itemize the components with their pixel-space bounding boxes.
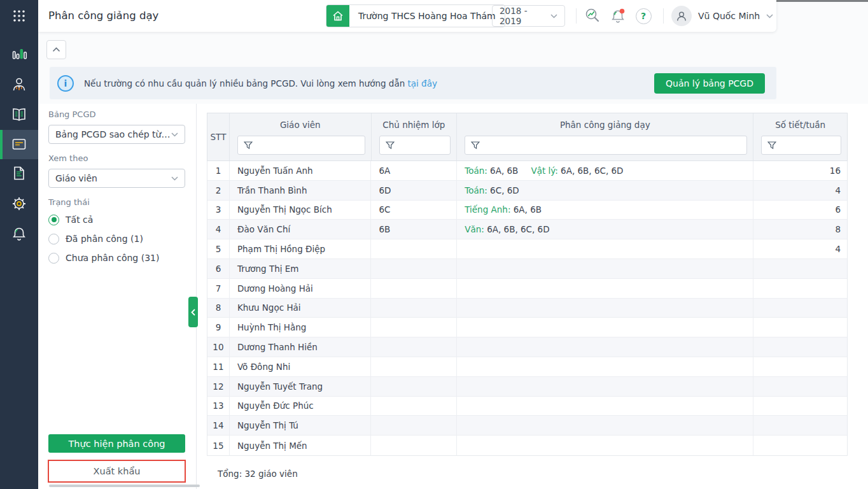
class-list: 6C, 6D: [487, 185, 519, 195]
assignment-group: Toán: 6A, 6B: [465, 166, 518, 176]
table-row[interactable]: 3 Nguyễn Thị Ngọc Bích 6C Tiếng Anh: 6A,…: [207, 201, 847, 220]
class-list: 6A, 6B: [510, 204, 542, 215]
periods-per-week: [753, 259, 847, 278]
homeroom-class: [371, 436, 457, 455]
school-selector[interactable]: Trường THCS Hoàng Hoa Thám: [326, 4, 505, 27]
sidebar-item-dashboard[interactable]: [0, 39, 38, 69]
homeroom-class: [371, 279, 457, 298]
user-menu[interactable]: Vũ Quốc Minh: [671, 0, 773, 32]
periods-per-week: 4: [753, 181, 847, 200]
status-radio-option[interactable]: Chưa phân công (31): [48, 248, 159, 267]
status-radio-label: Tất cả: [66, 215, 93, 225]
view-by-label: Xem theo: [48, 153, 88, 163]
teaching-assignments: [457, 279, 753, 298]
table-row[interactable]: 5 Phạm Thị Hồng Điệp 4: [207, 239, 847, 259]
row-index: 1: [207, 161, 230, 180]
status-radio-option[interactable]: Đã phân công (1): [48, 229, 159, 248]
teacher-filter-input[interactable]: [237, 136, 365, 155]
board-select-value: Bảng PCGD sao chép từ B...: [55, 129, 171, 139]
periods-per-week: [753, 318, 847, 337]
sidebar-item-settings[interactable]: [0, 189, 38, 218]
sidebar-rail: [0, 0, 38, 489]
execute-assignment-button[interactable]: Thực hiện phân công: [48, 434, 185, 453]
teaching-assignments: Toán: 6C, 6D: [457, 181, 753, 200]
radio-icon: [48, 253, 59, 264]
row-index: 10: [207, 337, 230, 357]
column-header-assignment: Phân công giảng dạy: [457, 113, 753, 160]
teaching-assignments: [457, 299, 753, 318]
notification-bell-icon[interactable]: [608, 6, 628, 26]
book-icon: [11, 106, 27, 123]
assignment-filter-input[interactable]: [465, 136, 747, 155]
chevron-down-icon: [766, 14, 773, 18]
table-row[interactable]: 1 Nguyễn Tuấn Anh 6A Toán: 6A, 6BVật lý:…: [207, 161, 847, 181]
table-row[interactable]: 7 Dương Hoàng Hải: [207, 279, 847, 299]
teacher-name: Dương Hoàng Hải: [230, 279, 372, 298]
assignment-table: STT Giáo viên Chủ nhiệm lớp: [207, 113, 848, 456]
sidebar-item-reports[interactable]: [0, 159, 38, 188]
sidebar-item-notifications[interactable]: [0, 219, 38, 248]
table-row[interactable]: 10 Dương Thanh Hiền: [207, 337, 847, 357]
column-header-teacher: Giáo viên: [230, 113, 372, 160]
chevron-down-icon: [171, 132, 178, 137]
homeroom-class: 6D: [371, 181, 457, 200]
view-by-select[interactable]: Giáo viên: [48, 169, 185, 188]
teacher-name: Nguyễn Tuyết Trang: [230, 377, 372, 396]
banner-text: Nếu trường có nhu cầu quản lý nhiều bảng…: [84, 78, 437, 89]
subject-label: Toán:: [465, 166, 487, 176]
horizontal-scrollbar[interactable]: [49, 485, 200, 487]
banner-link[interactable]: tại đây: [408, 78, 437, 89]
row-index: 11: [207, 357, 230, 376]
table-row[interactable]: 12 Nguyễn Tuyết Trang: [207, 377, 847, 397]
periods-per-week: [753, 337, 847, 357]
teacher-name: Huỳnh Thị Hằng: [230, 318, 372, 337]
filter-icon: [471, 141, 480, 150]
sidebar-item-curriculum[interactable]: [0, 100, 38, 129]
table-row[interactable]: 6 Trương Thị Em: [207, 259, 847, 279]
periods-per-week: 6: [753, 201, 847, 220]
filter-icon: [244, 141, 253, 150]
homeroom-filter-input[interactable]: [379, 136, 451, 155]
sidebar-item-assignment[interactable]: [0, 130, 38, 159]
row-index: 8: [207, 299, 230, 318]
school-year-select[interactable]: 2018 - 2019: [492, 5, 565, 27]
table-row[interactable]: 14 Nguyễn Thị Tú: [207, 416, 847, 436]
help-icon[interactable]: ?: [633, 6, 654, 26]
export-button[interactable]: Xuất khẩu: [48, 460, 186, 483]
board-label: Bảng PCGD: [48, 110, 96, 119]
sidebar-item-teachers[interactable]: [0, 70, 38, 99]
radio-icon: [48, 234, 59, 244]
table-row[interactable]: 2 Trần Thanh Bình 6D Toán: 6C, 6D 4: [207, 181, 847, 201]
table-row[interactable]: 4 Đào Văn Chí 6B Văn: 6A, 6B, 6C, 6D 8: [207, 220, 847, 239]
teaching-assignments: [457, 318, 753, 337]
table-row[interactable]: 11 Võ Đông Nhi: [207, 357, 847, 377]
row-index: 9: [207, 318, 230, 337]
row-index: 15: [207, 436, 230, 455]
table-row[interactable]: 8 Khưu Ngọc Hải: [207, 299, 847, 318]
homeroom-class: 6C: [371, 201, 457, 220]
table-row[interactable]: 13 Nguyễn Đức Phúc: [207, 397, 847, 416]
search-stats-icon[interactable]: [582, 6, 603, 26]
collapse-up-icon: [52, 47, 60, 52]
app-grid-icon[interactable]: [0, 5, 38, 27]
panel-collapse-icon[interactable]: [188, 297, 198, 327]
status-radio-option[interactable]: Tất cả: [48, 210, 159, 229]
row-index: 12: [207, 377, 230, 396]
collapse-banner-button[interactable]: [46, 40, 66, 59]
homeroom-class: [371, 299, 457, 318]
column-header-periods: Số tiết/tuần: [753, 113, 847, 160]
periods-filter-input[interactable]: [761, 136, 841, 155]
board-select[interactable]: Bảng PCGD sao chép từ B...: [48, 125, 185, 144]
chevron-down-icon: [550, 14, 557, 18]
class-list: 6A, 6B, 6C, 6D: [558, 166, 624, 176]
homeroom-class: [371, 259, 457, 278]
table-row[interactable]: 9 Huỳnh Thị Hằng: [207, 318, 847, 337]
homeroom-class: [371, 397, 457, 416]
subject-label: Vật lý:: [531, 166, 557, 176]
teacher-name: Dương Thanh Hiền: [230, 337, 372, 357]
teaching-assignments: Văn: 6A, 6B, 6C, 6D: [457, 220, 753, 239]
table-row[interactable]: 15 Nguyễn Thị Mến: [207, 436, 847, 455]
periods-per-week: 8: [753, 220, 847, 239]
status-radio-group: Tất cả Đã phân công (1) Chưa phân công (…: [48, 210, 159, 267]
manage-pcgd-button[interactable]: Quản lý bảng PCGD: [654, 73, 765, 94]
